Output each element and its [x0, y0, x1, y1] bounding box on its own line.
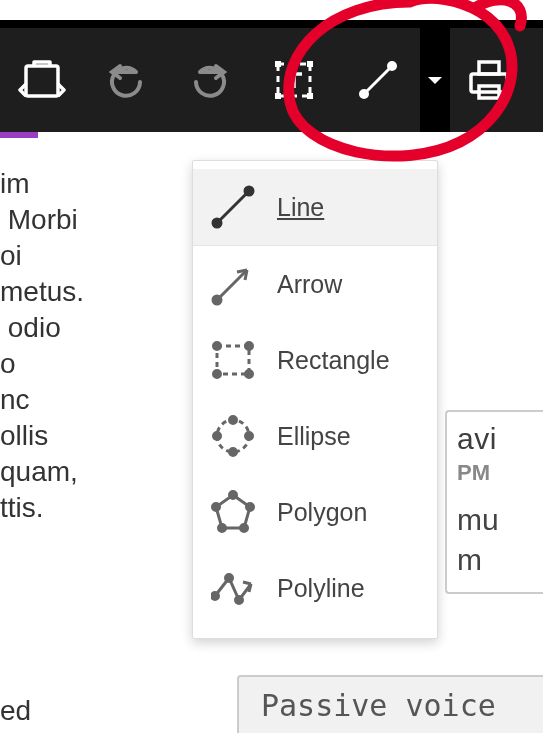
shape-option-line[interactable]: Line [193, 169, 437, 245]
document-body[interactable]: im Morbi oi metus. odio o nc ollis quam,… [0, 166, 190, 526]
line-tool-button[interactable] [336, 28, 420, 132]
svg-point-30 [241, 525, 248, 532]
shape-dropdown-toggle[interactable] [420, 28, 450, 132]
suggestion-text: Passive voice [261, 688, 496, 723]
svg-point-20 [214, 371, 221, 378]
doc-line: ttis. [0, 490, 190, 526]
printer-icon [465, 56, 513, 104]
svg-point-24 [246, 433, 253, 440]
printer-button[interactable] [456, 28, 522, 132]
svg-point-21 [246, 371, 253, 378]
shape-option-label: Line [277, 193, 324, 222]
shape-option-label: Rectangle [277, 346, 390, 375]
shape-option-arrow[interactable]: Arrow [193, 246, 437, 322]
window-top-border [0, 20, 543, 28]
text-frame-button[interactable] [252, 28, 336, 132]
doc-line: ed [0, 695, 31, 727]
svg-point-13 [213, 219, 221, 227]
shape-option-rectangle[interactable]: Rectangle [193, 322, 437, 398]
svg-point-31 [219, 525, 226, 532]
shape-option-label: Polyline [277, 574, 365, 603]
svg-rect-5 [307, 93, 313, 99]
toolbar [0, 28, 543, 132]
doc-line: o [0, 346, 190, 382]
undo-icon [104, 58, 148, 102]
shape-dropdown-menu: Line Arrow Rectangle [192, 160, 438, 639]
svg-rect-3 [307, 61, 313, 67]
svg-point-8 [389, 63, 396, 70]
svg-point-14 [245, 187, 253, 195]
svg-point-34 [226, 575, 233, 582]
comment-author: avi [457, 422, 543, 456]
svg-point-25 [230, 449, 237, 456]
text-frame-icon [270, 56, 318, 104]
svg-point-32 [213, 504, 220, 511]
comment-text: mu [457, 500, 543, 540]
shape-option-label: Ellipse [277, 422, 351, 451]
svg-line-15 [217, 270, 247, 300]
clipboard-icon [18, 56, 66, 104]
shape-option-polyline[interactable]: Polyline [193, 550, 437, 626]
chevron-down-icon [426, 71, 444, 89]
suggestion-card[interactable]: Passive voice [237, 675, 543, 733]
doc-line: quam, [0, 454, 190, 490]
line-icon [211, 185, 255, 229]
shape-option-label: Arrow [277, 270, 342, 299]
doc-line: oi [0, 238, 190, 274]
svg-rect-4 [275, 93, 281, 99]
polygon-icon [211, 490, 255, 534]
svg-point-33 [212, 593, 219, 600]
svg-point-26 [214, 433, 221, 440]
doc-line: Morbi [0, 202, 190, 238]
svg-point-19 [246, 343, 253, 350]
polyline-icon [211, 566, 255, 610]
comment-text: m [457, 540, 543, 580]
undo-button[interactable] [84, 28, 168, 132]
comment-card[interactable]: avi PM mu m [445, 410, 543, 594]
redo-icon [188, 58, 232, 102]
doc-line: metus. [0, 274, 190, 310]
doc-line: im [0, 166, 190, 202]
svg-point-7 [361, 91, 368, 98]
svg-point-18 [214, 343, 221, 350]
svg-rect-0 [26, 66, 58, 96]
svg-rect-2 [275, 61, 281, 67]
arrow-icon [211, 262, 255, 306]
shape-option-ellipse[interactable]: Ellipse [193, 398, 437, 474]
svg-line-6 [364, 66, 392, 94]
rectangle-icon [211, 338, 255, 382]
svg-line-12 [217, 191, 249, 223]
doc-line: ollis [0, 418, 190, 454]
svg-rect-9 [471, 74, 507, 92]
comment-time: PM [457, 460, 543, 486]
svg-point-16 [213, 296, 221, 304]
active-tab-indicator [0, 132, 38, 138]
shape-option-polygon[interactable]: Polygon [193, 474, 437, 550]
svg-point-29 [247, 504, 254, 511]
redo-button[interactable] [168, 28, 252, 132]
svg-point-23 [230, 417, 237, 424]
svg-point-28 [230, 492, 237, 499]
ellipse-icon [211, 414, 255, 458]
clipboard-button[interactable] [0, 28, 84, 132]
doc-line: nc [0, 382, 190, 418]
line-tool-icon [354, 56, 402, 104]
svg-rect-10 [479, 62, 499, 74]
svg-rect-17 [217, 346, 249, 374]
doc-line: odio [0, 310, 190, 346]
shape-option-label: Polygon [277, 498, 367, 527]
svg-point-35 [236, 597, 243, 604]
